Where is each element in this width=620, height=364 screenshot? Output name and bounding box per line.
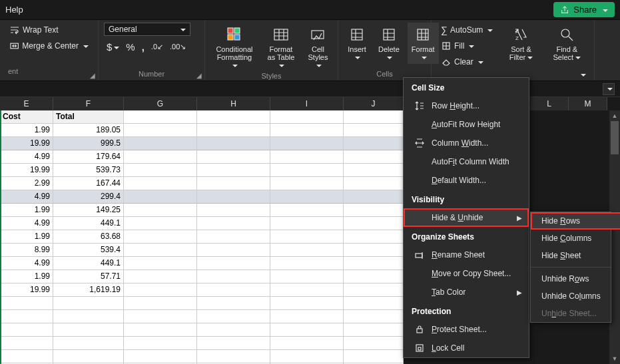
cell[interactable]: 539.73	[53, 164, 124, 177]
sort-filter-button[interactable]: AZ Sort & Filter	[501, 23, 541, 64]
label: Hide Sheet	[541, 251, 581, 260]
col-header[interactable]: I	[270, 97, 344, 110]
scroll-down-arrow[interactable]: ▼	[609, 353, 620, 364]
cell[interactable]: 63.68	[53, 230, 124, 244]
col-header[interactable]: F	[53, 97, 124, 110]
rename-icon	[414, 250, 425, 260]
cell-header[interactable]: Cost	[0, 110, 53, 124]
lock-cell-item[interactable]: Lock Cell	[404, 339, 529, 357]
svg-rect-15	[417, 329, 422, 333]
col-header[interactable]: E	[0, 97, 53, 110]
merge-center-label: Merge & Center	[22, 41, 79, 51]
cell[interactable]: 2.99	[0, 177, 53, 190]
conditional-formatting-button[interactable]: Conditional Formatting	[210, 23, 258, 72]
cell[interactable]: 1.99	[0, 124, 53, 137]
cell[interactable]: 1,619.19	[53, 283, 124, 297]
delete-button[interactable]: Delete	[374, 23, 404, 64]
formula-bar-expand[interactable]	[603, 83, 615, 95]
insert-button[interactable]: Insert	[344, 23, 370, 64]
scrollbar-thumb[interactable]	[611, 121, 619, 154]
autofit-column-width-item[interactable]: AutoFit Column Width	[404, 152, 529, 171]
cell[interactable]: 167.44	[53, 177, 124, 190]
cell[interactable]: 57.71	[53, 270, 124, 283]
col-header[interactable]: J	[344, 97, 404, 110]
svg-text:A: A	[515, 29, 519, 35]
label: AutoFit Row Height	[432, 120, 500, 129]
hide-columns-item[interactable]: Hide Columns	[531, 230, 620, 247]
cell-styles-button[interactable]: Cell Styles	[304, 23, 332, 72]
find-select-button[interactable]: Find & Select	[545, 23, 589, 64]
share-button[interactable]: Share	[553, 2, 615, 17]
clear-button[interactable]: Clear	[437, 55, 497, 69]
comma-button[interactable]: ,	[142, 41, 145, 53]
default-width-item[interactable]: Default Width...	[404, 171, 529, 190]
dialog-launcher-icon[interactable]: ◢	[90, 72, 95, 79]
cell[interactable]: 189.05	[53, 124, 124, 137]
format-as-table-button[interactable]: Format as Table	[262, 23, 300, 72]
cell[interactable]: 4.99	[0, 257, 53, 270]
col-header[interactable]: G	[124, 97, 197, 110]
move-copy-sheet-item[interactable]: Move or Copy Sheet...	[404, 264, 529, 283]
cell[interactable]: 19.99	[0, 283, 53, 297]
wrap-text-button[interactable]: Wrap Text	[5, 23, 93, 37]
label: Hide Rows	[541, 216, 580, 226]
hide-rows-item[interactable]: Hide Rows	[531, 212, 620, 230]
autofit-row-height-item[interactable]: AutoFit Row Height	[404, 115, 529, 134]
cell-header[interactable]: Total	[53, 110, 124, 124]
unhide-rows-item[interactable]: Unhide Rows	[531, 270, 620, 287]
protect-sheet-item[interactable]: Protect Sheet...	[404, 320, 529, 339]
hide-unhide-item[interactable]: Hide & Unhide▶	[404, 208, 529, 227]
chevron-down-icon	[605, 85, 613, 94]
cell[interactable]: 19.99	[0, 164, 53, 177]
label: Delete	[378, 45, 400, 61]
column-width-item[interactable]: Column Width...	[404, 134, 529, 152]
col-header[interactable]: L	[530, 97, 569, 110]
cell[interactable]: 1.99	[0, 270, 53, 283]
tab-color-item[interactable]: Tab Color▶	[404, 283, 529, 301]
cell[interactable]: 539.4	[53, 244, 124, 257]
label: Default Width...	[432, 176, 486, 185]
currency-button[interactable]: $	[107, 41, 119, 53]
group-label-truncated: ent	[5, 63, 21, 79]
unhide-columns-item[interactable]: Unhide Columns	[531, 287, 620, 305]
delete-icon	[380, 25, 398, 44]
clear-icon	[441, 57, 452, 67]
decrease-decimal-button[interactable]: .00↘	[170, 43, 186, 51]
label: Hide Columns	[541, 234, 591, 243]
cell[interactable]: 4.99	[0, 150, 53, 164]
cell[interactable]: 299.4	[53, 190, 124, 204]
cell[interactable]: 999.5	[53, 137, 124, 150]
cell[interactable]: 149.25	[53, 204, 124, 217]
help-menu[interactable]: Help	[5, 5, 23, 15]
svg-rect-5	[274, 29, 288, 40]
row-height-item[interactable]: Row Height...	[404, 96, 529, 115]
percent-button[interactable]: %	[126, 41, 135, 53]
cell[interactable]: 4.99	[0, 190, 53, 204]
label: AutoSum	[450, 25, 483, 35]
autosum-button[interactable]: ∑AutoSum	[437, 23, 497, 37]
cell[interactable]: 1.99	[0, 230, 53, 244]
col-header[interactable]: M	[569, 97, 607, 110]
increase-decimal-button[interactable]: .0↙	[151, 43, 163, 51]
cell[interactable]: 4.99	[0, 217, 53, 230]
dialog-launcher-icon[interactable]: ◢	[196, 72, 202, 79]
scroll-up-arrow[interactable]: ▲	[609, 110, 620, 121]
merge-center-button[interactable]: Merge & Center	[5, 39, 93, 53]
rename-sheet-item[interactable]: Rename Sheet	[404, 246, 529, 264]
svg-rect-9	[418, 29, 428, 40]
find-icon	[557, 25, 576, 44]
cell[interactable]: 449.1	[53, 217, 124, 230]
hide-sheet-item[interactable]: Hide Sheet	[531, 247, 620, 264]
cell[interactable]: 8.99	[0, 244, 53, 257]
cell[interactable]: 449.1	[53, 257, 124, 270]
wrap-text-icon	[9, 25, 20, 35]
number-format-select[interactable]: General	[104, 23, 190, 36]
col-header[interactable]: H	[197, 97, 270, 110]
fill-button[interactable]: Fill	[437, 39, 497, 53]
cell[interactable]: 179.64	[53, 150, 124, 164]
cell[interactable]: 19.99	[0, 137, 53, 150]
label: Clear	[454, 57, 473, 67]
cell[interactable]: 1.99	[0, 204, 53, 217]
ribbon-options-icon[interactable]	[579, 70, 586, 79]
label: Lock Cell	[432, 343, 464, 353]
